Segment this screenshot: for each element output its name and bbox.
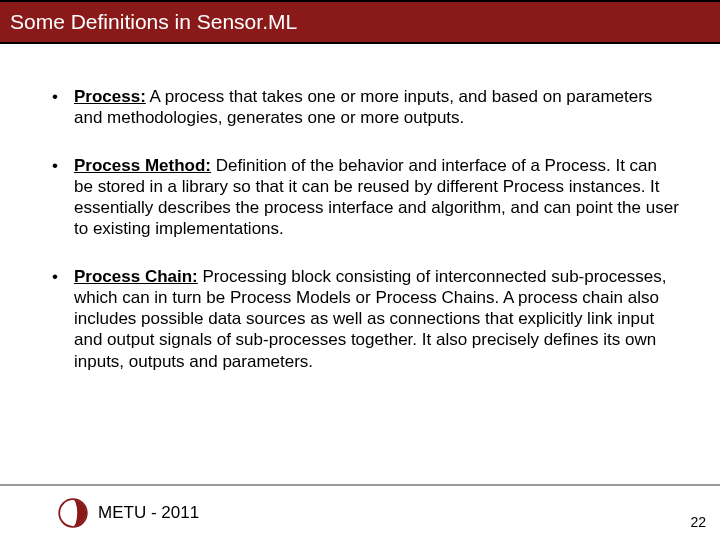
title-bar: Some Definitions in Sensor.ML	[0, 0, 720, 44]
list-item: Process: A process that takes one or mor…	[44, 86, 680, 129]
content-area: Process: A process that takes one or mor…	[0, 44, 720, 484]
list-item: Process Chain: Processing block consisti…	[44, 266, 680, 372]
slide: Some Definitions in Sensor.ML Process: A…	[0, 0, 720, 540]
list-item: Process Method: Definition of the behavi…	[44, 155, 680, 240]
slide-title: Some Definitions in Sensor.ML	[10, 10, 297, 34]
term: Process:	[74, 87, 146, 106]
term: Process Method:	[74, 156, 211, 175]
footer: METU - 2011 22	[0, 484, 720, 540]
term: Process Chain:	[74, 267, 198, 286]
page-number: 22	[690, 514, 706, 530]
bullet-list: Process: A process that takes one or mor…	[44, 86, 680, 372]
footer-text: METU - 2011	[98, 503, 199, 523]
metu-logo-icon	[58, 498, 88, 528]
definition-text: A process that takes one or more inputs,…	[74, 87, 652, 127]
svg-point-1	[69, 500, 77, 526]
